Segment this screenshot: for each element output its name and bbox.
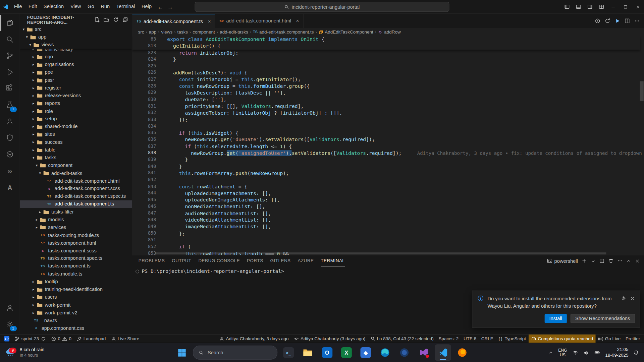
tree-item-register[interactable]: ▸register (20, 84, 132, 92)
tree-item-tasks.component.scss[interactable]: Stasks.component.scss (20, 247, 132, 254)
status-cursor-position[interactable]: Ln 838, Col 43 (22 selected) (368, 335, 436, 343)
new-file-icon[interactable] (93, 16, 101, 24)
install-button[interactable]: Install (545, 314, 567, 323)
breadcrumb-item-addRow[interactable]: addRow (378, 29, 401, 35)
tree-item-tasks.component.spec.ts[interactable]: TStasks.component.spec.ts (20, 254, 132, 262)
forward-icon[interactable]: → (167, 3, 173, 10)
tree-item-work-permit[interactable]: ▸work-permit (20, 301, 132, 309)
taskbar-app-terminal[interactable]: >_ (280, 344, 297, 361)
activity-extensions[interactable] (0, 80, 20, 97)
tree-item-table[interactable]: ▸table (20, 146, 132, 154)
close-button[interactable] (632, 0, 644, 13)
status-problems[interactable]: 00 (48, 335, 74, 343)
tray-expand-icon[interactable] (548, 350, 553, 355)
taskbar-app-file-explorer[interactable] (300, 344, 316, 361)
tree-item-success[interactable]: ▸success (20, 138, 132, 146)
kill-terminal-icon[interactable] (608, 258, 613, 263)
timeline-icon[interactable] (604, 18, 610, 24)
status-indentation[interactable]: Spaces: 2 (436, 335, 461, 343)
split-terminal-icon[interactable] (599, 258, 605, 263)
tree-item-role[interactable]: ▸role (20, 107, 132, 115)
activity-azure-app-service[interactable]: A (0, 179, 20, 195)
activity-wakatime[interactable] (0, 146, 20, 163)
command-center[interactable]: incident-reporter-angular-portal (195, 2, 449, 12)
panel-tab-debug-console[interactable]: DEBUG CONSOLE (198, 255, 240, 266)
menu-run[interactable]: Run (97, 0, 113, 13)
activity-live-share[interactable] (0, 113, 20, 130)
menu-file[interactable]: File (11, 0, 25, 13)
minimize-button[interactable] (607, 0, 620, 13)
tree-item-sites[interactable]: ▸sites (20, 130, 132, 138)
status-live-share[interactable]: Live Share (108, 335, 142, 343)
tree-item-reports[interactable]: ▸reports (20, 100, 132, 107)
split-editor-icon[interactable] (624, 18, 630, 24)
clock[interactable]: 21:05 18-09-2025 (605, 347, 629, 358)
menu-go[interactable]: Go (84, 0, 97, 13)
status-prettier[interactable]: Prettier (623, 335, 643, 343)
close-tab-icon[interactable]: × (208, 18, 211, 24)
tree-item-add-edit-task.component.spec.ts[interactable]: TSadd-edit-task.component.spec.ts (20, 192, 132, 200)
start-button[interactable] (173, 344, 190, 361)
tab-add-edit-task.component.html[interactable]: <>add-edit-task.component.html× (215, 14, 304, 28)
tree-item-training-need-identification[interactable]: ▸training-need-identification (20, 286, 132, 293)
tree-item-app[interactable]: ▾app (20, 33, 132, 41)
customize-layout-icon[interactable] (596, 0, 607, 13)
taskbar-app-visual-studio[interactable] (416, 344, 432, 361)
taskbar-app-vscode[interactable] (435, 344, 451, 361)
tab-add-edit-task.component.ts[interactable]: TSadd-edit-task.component.ts× (132, 14, 215, 28)
tree-item-organisations[interactable]: ▸organisations (20, 61, 132, 68)
breadcrumb-item-src[interactable]: src (138, 29, 144, 35)
status-launchpad[interactable]: Launchpad (74, 335, 108, 343)
tree-item-ppe[interactable]: ▸ppe (20, 68, 132, 76)
more-actions-icon[interactable] (634, 18, 640, 24)
vertical-scrollbar[interactable] (640, 81, 644, 101)
tree-item-tasks.component.html[interactable]: <>tasks.component.html (20, 239, 132, 247)
back-icon[interactable]: ← (157, 3, 163, 10)
toggle-panel-icon[interactable] (573, 0, 584, 13)
tree-item-src[interactable]: ▾src (20, 25, 132, 33)
menu-selection[interactable]: Selection (40, 0, 67, 13)
tree-item-pssr[interactable]: ▸pssr (20, 76, 132, 84)
battery-icon[interactable] (594, 350, 600, 356)
maximize-panel-icon[interactable] (626, 258, 631, 263)
panel-tab-terminal[interactable]: TERMINAL (321, 255, 345, 266)
tree-item-component[interactable]: ▾component (20, 162, 132, 169)
taskbar-app-outlook[interactable]: O (319, 344, 335, 361)
collapse-all-icon[interactable] (121, 16, 129, 24)
toggle-sidebar-icon[interactable] (561, 0, 573, 13)
volume-icon[interactable] (583, 350, 589, 356)
tree-item-tooltip[interactable]: ▸tooltip (20, 278, 132, 286)
weather-widget[interactable]: 9 8 cm of rain In 4 hours (0, 347, 44, 358)
tree-item-add-edit-tasks[interactable]: ▾add-edit-tasks (20, 169, 132, 177)
panel-tab-problems[interactable]: PROBLEMS (139, 255, 165, 266)
breadcrumb-item-app[interactable]: app (149, 29, 156, 35)
language-indicator[interactable]: ENGUS (558, 348, 567, 357)
breadcrumb-item-AddEditTaskComponent[interactable]: AddEditTaskComponent (319, 29, 373, 35)
activity-search[interactable] (0, 31, 20, 48)
status-remote-indicator[interactable] (2, 335, 12, 343)
tree-item-setup[interactable]: ▸setup (20, 115, 132, 123)
status-git-branch[interactable]: sprint-23 (12, 335, 49, 343)
status-blame-commit[interactable]: Aditya Chakraborty (3 days ago) (291, 335, 368, 343)
status-language-mode[interactable]: {}TypeScript (495, 335, 528, 343)
notification-settings-icon[interactable] (621, 296, 626, 301)
maximize-button[interactable] (620, 0, 632, 13)
activity-source-control[interactable] (0, 48, 20, 64)
tree-item-shared-module[interactable]: ▸shared-module (20, 123, 132, 130)
notification-close-icon[interactable] (630, 296, 635, 301)
close-panel-icon[interactable] (635, 258, 640, 263)
menu-terminal[interactable]: Terminal (113, 0, 138, 13)
taskbar-app-drawio[interactable]: ◆ (358, 344, 374, 361)
activity-run-debug[interactable] (0, 64, 20, 80)
open-changes-icon[interactable] (595, 18, 600, 24)
tree-item-services[interactable]: ▸services (20, 224, 132, 231)
more-actions-icon[interactable] (617, 258, 623, 263)
status-encoding[interactable]: UTF-8 (461, 335, 479, 343)
tree-item-tasks-filter[interactable]: ▸tasks-filter (20, 208, 132, 216)
activity-azure-pipelines[interactable]: ∞ (0, 163, 20, 179)
breadcrumb-item-tasks[interactable]: tasks (177, 29, 187, 35)
terminal-dropdown-icon[interactable] (591, 258, 596, 263)
tree-item-work-permit-v2[interactable]: ▸work-permit-v2 (20, 309, 132, 316)
close-tab-icon[interactable]: × (296, 18, 299, 24)
horizontal-scrollbar[interactable] (156, 252, 606, 254)
